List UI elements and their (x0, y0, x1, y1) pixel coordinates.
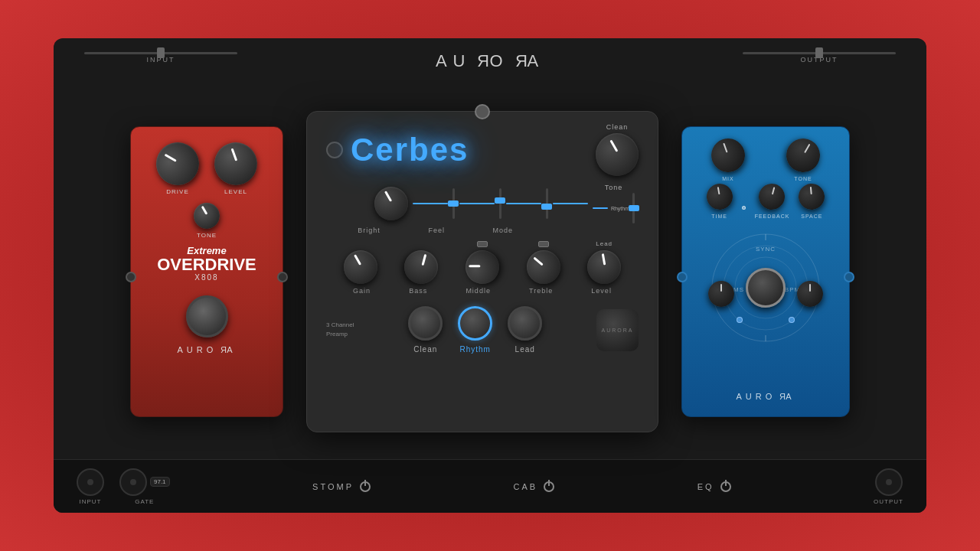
circle-section: SYNC BPM MS (704, 227, 827, 349)
stomp-power[interactable] (360, 481, 371, 492)
clean-channel-label: Clean (413, 345, 437, 354)
blue-pedal: MIX TONE TIME FEEDBACK (681, 126, 850, 417)
tone-knob-group: Tone Rhythm (593, 184, 635, 223)
level-knob-container: LEVEL (214, 142, 257, 195)
red-pedal: DRIVE LEVEL TONE Extreme OVERDRIVE X808 … (130, 126, 283, 417)
clean-footswitch[interactable] (408, 306, 443, 341)
cerbes-footer: 3 ChannelPreamp Clean Rhythm Lead (326, 306, 639, 354)
connector-line (413, 203, 448, 204)
rhythm-footswitch[interactable] (458, 306, 492, 341)
bright-knob[interactable] (374, 187, 408, 220)
gate-dot (130, 479, 136, 485)
rhythm-v-slider[interactable] (632, 193, 635, 223)
mode-v-slider[interactable] (546, 188, 548, 219)
bass-knob[interactable] (397, 243, 445, 291)
gate-display-row: 97.1 (119, 468, 170, 496)
output-slider[interactable] (743, 52, 896, 54)
eq-power[interactable] (720, 481, 731, 492)
space-knob[interactable] (798, 183, 826, 211)
clean-channel: Clean (408, 306, 443, 354)
treble-knob[interactable] (521, 246, 564, 289)
gain-knob[interactable] (344, 250, 377, 284)
cerbes-clean-area: Clean (596, 123, 639, 176)
red-footswitch[interactable] (186, 295, 228, 337)
level-cerbes-knob[interactable] (583, 246, 626, 289)
blue-dot-1 (737, 317, 743, 323)
preamp-label: 3 ChannelPreamp (326, 321, 354, 339)
input-knob-container: INPUT (77, 468, 104, 505)
eq-label: EQ (697, 482, 714, 491)
bright-row-label: Bright (358, 227, 381, 234)
input-dot (87, 479, 93, 485)
feel-thumb (495, 197, 505, 204)
aurora-logo-button[interactable]: AURORA (596, 309, 639, 351)
gain-group (344, 250, 377, 284)
rhythm-channel-label: Rhythm (460, 345, 491, 354)
space-label-blue: SPACE (801, 214, 822, 219)
cab-label: CAB (514, 482, 538, 491)
clean-label: Clean (606, 123, 629, 131)
middle-knob[interactable] (459, 244, 505, 290)
center-pedal: Cerbes Clean (306, 111, 658, 432)
tone-rhythm-row: Rhythm (593, 193, 635, 223)
gate-display[interactable] (119, 468, 147, 496)
treble-row-label: Treble (529, 287, 553, 295)
right-side-knob (797, 281, 823, 307)
gate-knob-container: 97.1 GATE (119, 468, 170, 505)
overdrive-text: Extreme OVERDRIVE X808 (157, 245, 256, 282)
feedback-group: FEEDBACK (755, 184, 790, 219)
header-brand: AURORA (436, 51, 544, 71)
rhythm-channel: Rhythm (458, 306, 492, 354)
level-knob[interactable] (211, 139, 261, 189)
jack-left (126, 272, 136, 282)
tone-knob[interactable] (194, 203, 220, 229)
tone-row: Tone Rhythm (326, 184, 639, 223)
feedback-knob[interactable] (756, 181, 789, 213)
cerbes-clean-knob[interactable] (596, 133, 639, 176)
bright-v-slider[interactable] (452, 188, 455, 219)
dot-indicator (742, 184, 746, 219)
feedback-label: FEEDBACK (755, 214, 790, 219)
tone-label: TONE (197, 232, 217, 239)
mix-knob[interactable] (707, 134, 750, 177)
blue-center-footswitch[interactable] (746, 268, 786, 308)
model-code: X808 (157, 273, 256, 282)
output-slider-thumb[interactable] (815, 47, 823, 58)
output-knob-container: OUTPUT (874, 468, 903, 505)
middle-jack (477, 241, 488, 247)
gate-label: GATE (135, 498, 154, 505)
tone-label-blue: TONE (794, 176, 812, 181)
feel-v-slider[interactable] (499, 188, 501, 219)
input-slider-area: INPUT (84, 52, 237, 64)
connector-line4 (553, 203, 588, 204)
knob-labels-row2: Gain Bass Middle Treble Level (326, 287, 639, 295)
main-container: INPUT AURORA OUTPUT DRIVE (54, 38, 926, 513)
output-dot (886, 479, 892, 485)
mix-label: MIX (722, 176, 733, 181)
cab-power[interactable] (544, 481, 554, 492)
mode-slider (546, 188, 548, 219)
lead-footswitch[interactable] (508, 306, 542, 341)
tone-group-blue: TONE (786, 139, 820, 181)
tone-knob-blue[interactable] (780, 132, 826, 178)
middle-group (466, 241, 499, 284)
drive-label: DRIVE (166, 188, 188, 195)
bright-group (374, 187, 408, 220)
stomp-section: STOMP (312, 481, 371, 492)
bright-slider (452, 188, 455, 219)
input-slider[interactable] (84, 52, 237, 54)
sync-knob[interactable] (708, 281, 734, 307)
cerbes-jack-top (475, 104, 490, 119)
blue-jack-left (677, 272, 688, 282)
top-bar: INPUT AURORA OUTPUT (54, 38, 926, 84)
time-knob[interactable] (704, 181, 734, 211)
cab-section: CAB (514, 481, 555, 492)
input-slider-thumb[interactable] (157, 47, 165, 58)
bpm-knob[interactable] (797, 281, 823, 307)
bass-row-label: Bass (409, 287, 427, 295)
drive-knob[interactable] (149, 135, 207, 193)
svg-text:SYNC: SYNC (756, 246, 776, 253)
knob-row2: Lead (326, 240, 639, 284)
level-row-label: Level (591, 287, 612, 295)
svg-text:MS: MS (733, 286, 744, 293)
